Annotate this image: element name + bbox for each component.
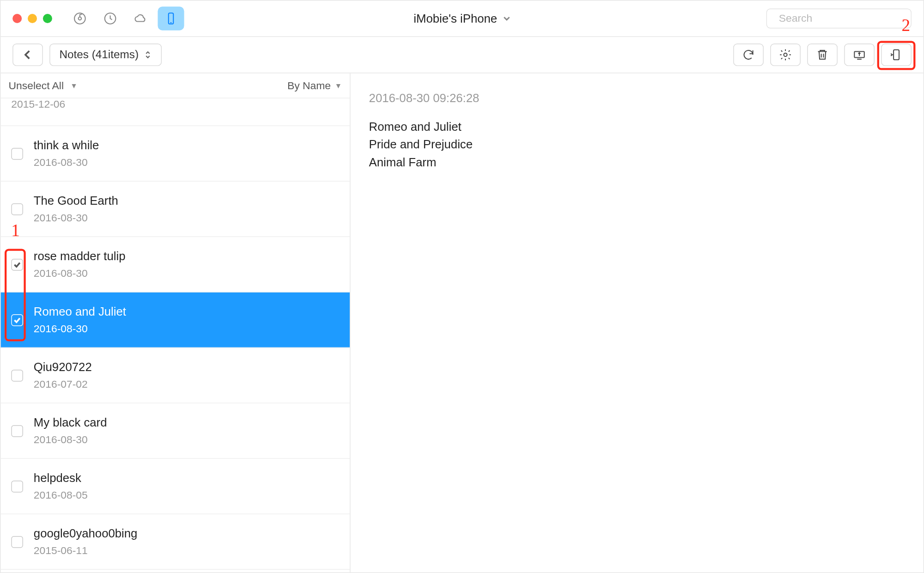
note-title: rose madder tulip: [34, 250, 126, 263]
category-label: Notes (41items): [60, 48, 139, 61]
chevron-down-icon: [503, 14, 511, 22]
note-title: Romeo and Juliet: [34, 305, 126, 319]
sort-label: By Name: [287, 79, 331, 91]
icloud-tab-icon[interactable]: [128, 6, 154, 30]
note-date: 2016-08-30: [34, 268, 126, 280]
note-row[interactable]: think a while2016-08-30: [0, 126, 350, 182]
note-title: Qiu920722: [34, 360, 92, 374]
note-date: 2016-07-02: [34, 378, 92, 390]
backup-tab-icon[interactable]: [97, 6, 123, 30]
note-body-line: Romeo and Juliet: [369, 120, 905, 134]
settings-button[interactable]: [770, 43, 801, 66]
svg-point-1: [79, 17, 82, 20]
note-checkbox[interactable]: [11, 480, 23, 492]
search-input[interactable]: [779, 12, 911, 24]
note-checkbox[interactable]: [11, 425, 23, 437]
sort-dropdown[interactable]: By Name ▼: [287, 79, 342, 91]
note-checkbox[interactable]: [11, 258, 23, 270]
note-row[interactable]: rose madder tulip2016-08-30: [0, 237, 350, 293]
note-preview: 2016-08-30 09:26:28 Romeo and JulietPrid…: [351, 73, 924, 573]
trash-icon: [816, 48, 829, 61]
toolbar: Notes (41items) 2: [0, 37, 923, 73]
refresh-button[interactable]: [733, 43, 764, 66]
gear-icon: [779, 48, 792, 61]
back-button[interactable]: [12, 43, 43, 66]
svg-rect-13: [894, 50, 899, 60]
to-computer-icon: [853, 48, 866, 61]
note-checkbox[interactable]: [11, 147, 23, 159]
note-title: google0yahoo0bing: [34, 527, 138, 541]
note-title: helpdesk: [34, 471, 88, 485]
note-timestamp: 2016-08-30 09:26:28: [369, 92, 905, 106]
note-checkbox[interactable]: [11, 536, 23, 548]
note-row[interactable]: My black card2016-08-30: [0, 403, 350, 459]
note-title: My black card: [34, 416, 107, 430]
note-date: 2015-06-11: [34, 545, 138, 557]
select-all-toggle[interactable]: Unselect All ▼: [9, 79, 78, 91]
note-row[interactable]: helpdesk2016-08-05: [0, 459, 350, 514]
to-device-icon: [890, 48, 903, 61]
itunes-tab-icon[interactable]: [67, 6, 93, 30]
note-checkbox[interactable]: [11, 203, 23, 215]
notes-list: 2015-12-06think a while2016-08-30The Goo…: [0, 98, 350, 573]
note-title: think a while: [34, 139, 99, 152]
to-computer-button[interactable]: [844, 43, 875, 66]
note-row[interactable]: google0yahoo0bing2015-06-11: [0, 514, 350, 570]
note-date: 2016-08-05: [34, 489, 88, 501]
delete-button[interactable]: [807, 43, 838, 66]
caret-down-icon: ▼: [334, 81, 342, 89]
device-tab-icon[interactable]: [158, 6, 184, 30]
device-title-dropdown[interactable]: iMobie's iPhone: [413, 12, 510, 25]
select-all-label: Unselect All: [9, 79, 64, 91]
note-row[interactable]: Romeo and Juliet2016-08-30: [0, 293, 350, 348]
zoom-window-button[interactable]: [43, 14, 52, 23]
minimize-window-button[interactable]: [28, 14, 37, 23]
note-date: 2015-12-06: [11, 98, 65, 110]
caret-down-icon: ▼: [70, 81, 78, 89]
notes-sidebar: Unselect All ▼ By Name ▼ 2015-12-06think…: [0, 73, 350, 573]
note-date: 2016-08-30: [34, 434, 107, 446]
note-title: The Good Earth: [34, 194, 118, 208]
search-box[interactable]: [766, 9, 912, 29]
category-dropdown[interactable]: Notes (41items): [49, 43, 162, 66]
window-controls: [12, 14, 52, 23]
note-body-line: Pride and Prejudice: [369, 138, 905, 152]
note-checkbox[interactable]: [11, 369, 23, 381]
note-row[interactable]: Qiu9207222016-07-02: [0, 348, 350, 403]
chevron-left-icon: [23, 50, 32, 60]
note-date: 2016-08-30: [34, 323, 126, 335]
note-date: 2016-08-30: [34, 212, 118, 224]
to-device-button[interactable]: [881, 43, 912, 66]
note-body-line: Animal Farm: [369, 156, 905, 170]
close-window-button[interactable]: [12, 14, 22, 23]
note-date: 2016-08-30: [34, 157, 99, 169]
svg-point-7: [784, 53, 787, 56]
refresh-icon: [742, 48, 755, 61]
note-row[interactable]: The Good Earth2016-08-30: [0, 182, 350, 237]
updown-icon: [144, 50, 152, 60]
device-title-text: iMobie's iPhone: [413, 12, 497, 25]
note-checkbox[interactable]: [11, 314, 23, 326]
titlebar: iMobie's iPhone: [0, 0, 923, 37]
note-row[interactable]: 2015-12-06: [0, 98, 350, 126]
